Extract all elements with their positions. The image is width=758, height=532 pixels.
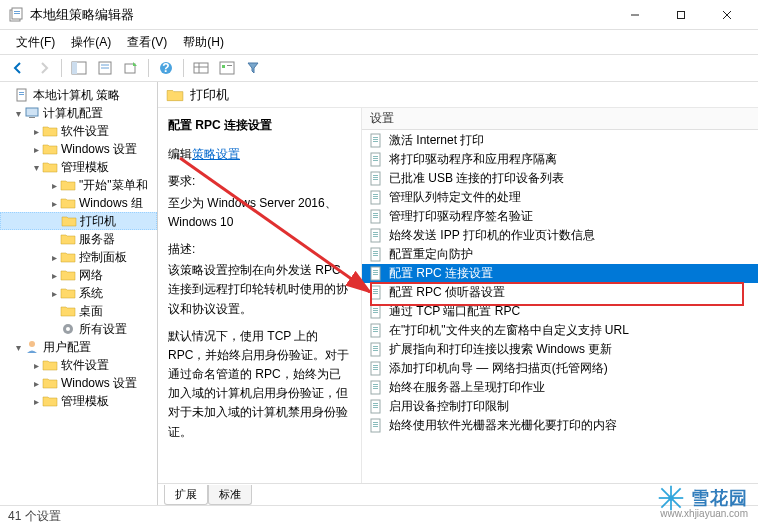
- tree-root[interactable]: 本地计算机 策略: [0, 86, 157, 104]
- svg-rect-73: [373, 331, 378, 332]
- menu-view[interactable]: 查看(V): [119, 32, 175, 53]
- svg-rect-57: [373, 255, 378, 256]
- menu-action[interactable]: 操作(A): [63, 32, 119, 53]
- svg-rect-84: [373, 386, 378, 387]
- filter-button[interactable]: [241, 57, 265, 79]
- list-item-label: 配置 RPC 连接设置: [389, 265, 493, 282]
- policy-item-icon: [368, 190, 384, 206]
- caret-right-icon[interactable]: ▸: [30, 360, 42, 371]
- tree-software-settings-2[interactable]: ▸ 软件设置: [0, 356, 157, 374]
- list-item[interactable]: 配置重定向防护: [362, 245, 758, 264]
- list-item-label: 添加打印机向导 — 网络扫描页(托管网络): [389, 360, 608, 377]
- list-item[interactable]: 启用设备控制打印限制: [362, 397, 758, 416]
- svg-rect-61: [373, 274, 378, 275]
- svg-rect-86: [371, 400, 380, 413]
- tree-control-panel[interactable]: ▸ 控制面板: [0, 248, 157, 266]
- list-item[interactable]: 在"打印机"文件夹的左窗格中自定义支持 URL: [362, 321, 758, 340]
- tree-user-config[interactable]: ▾ 用户配置: [0, 338, 157, 356]
- tab-extended[interactable]: 扩展: [164, 485, 208, 505]
- svg-rect-77: [373, 350, 378, 351]
- tree-software-settings-1[interactable]: ▸ 软件设置: [0, 122, 157, 140]
- edit-policy-link[interactable]: 策略设置: [192, 147, 240, 161]
- settings-list[interactable]: 激活 Internet 打印将打印驱动程序和应用程序隔离已批准 USB 连接的打…: [362, 130, 758, 483]
- folder-icon: [60, 285, 76, 301]
- list-item[interactable]: 通过 TCP 端口配置 RPC: [362, 302, 758, 321]
- svg-rect-31: [373, 137, 378, 138]
- list-item[interactable]: 管理队列特定文件的处理: [362, 188, 758, 207]
- caret-right-icon[interactable]: ▸: [30, 126, 42, 137]
- caret-right-icon[interactable]: ▸: [30, 144, 42, 155]
- svg-rect-3: [14, 13, 20, 14]
- tree-computer-config[interactable]: ▾ 计算机配置: [0, 104, 157, 122]
- tree-windows-settings-1[interactable]: ▸ Windows 设置: [0, 140, 157, 158]
- maximize-button[interactable]: [658, 0, 704, 30]
- menu-help[interactable]: 帮助(H): [175, 32, 232, 53]
- list-item[interactable]: 将打印驱动程序和应用程序隔离: [362, 150, 758, 169]
- menu-file[interactable]: 文件(F): [8, 32, 63, 53]
- caret-right-icon[interactable]: ▸: [30, 396, 42, 407]
- filter-options-button[interactable]: [215, 57, 239, 79]
- properties-button[interactable]: [93, 57, 117, 79]
- export-button[interactable]: [119, 57, 143, 79]
- gear-icon: [60, 321, 76, 337]
- list-item[interactable]: 配置 RPC 连接设置: [362, 264, 758, 283]
- minimize-button[interactable]: [612, 0, 658, 30]
- caret-down-icon[interactable]: ▾: [12, 342, 24, 353]
- tree-all-settings[interactable]: 所有设置: [0, 320, 157, 338]
- back-button[interactable]: [6, 57, 30, 79]
- svg-rect-79: [373, 365, 378, 366]
- svg-rect-58: [371, 267, 380, 280]
- caret-right-icon[interactable]: ▸: [48, 180, 60, 191]
- computer-icon: [24, 105, 40, 121]
- list-item[interactable]: 激活 Internet 打印: [362, 131, 758, 150]
- window-title: 本地组策略编辑器: [30, 6, 612, 24]
- view-button[interactable]: [189, 57, 213, 79]
- folder-icon: [42, 123, 58, 139]
- caret-down-icon[interactable]: ▾: [12, 108, 24, 119]
- tree-windows-components[interactable]: ▸ Windows 组: [0, 194, 157, 212]
- list-item-label: 激活 Internet 打印: [389, 132, 484, 149]
- description-text-2: 默认情况下，使用 TCP 上的 RPC，并始终启用身份验证。对于通过命名管道的 …: [168, 327, 351, 442]
- list-item[interactable]: 配置 RPC 侦听器设置: [362, 283, 758, 302]
- list-item[interactable]: 已批准 USB 连接的打印设备列表: [362, 169, 758, 188]
- list-item[interactable]: 始终使用软件光栅器来光栅化要打印的内容: [362, 416, 758, 435]
- tree-servers[interactable]: 服务器: [0, 230, 157, 248]
- tree-start-menu[interactable]: ▸ "开始"菜单和: [0, 176, 157, 194]
- forward-button[interactable]: [32, 57, 56, 79]
- policy-item-icon: [368, 266, 384, 282]
- tree-printers[interactable]: 打印机: [0, 212, 157, 230]
- list-item[interactable]: 始终在服务器上呈现打印作业: [362, 378, 758, 397]
- caret-right-icon[interactable]: ▸: [48, 252, 60, 263]
- tree-admin-templates[interactable]: ▾ 管理模板: [0, 158, 157, 176]
- list-item-label: 将打印驱动程序和应用程序隔离: [389, 151, 557, 168]
- list-column-header[interactable]: 设置: [362, 108, 758, 130]
- tree-desktop[interactable]: 桌面: [0, 302, 157, 320]
- svg-rect-36: [373, 158, 378, 159]
- list-item[interactable]: 始终发送 IPP 打印机的作业页计数信息: [362, 226, 758, 245]
- svg-rect-37: [373, 160, 378, 161]
- help-button[interactable]: ?: [154, 57, 178, 79]
- svg-rect-75: [373, 346, 378, 347]
- svg-rect-34: [371, 153, 380, 166]
- caret-right-icon[interactable]: ▸: [48, 288, 60, 299]
- caret-right-icon[interactable]: ▸: [30, 378, 42, 389]
- tree-system[interactable]: ▸ 系统: [0, 284, 157, 302]
- list-item-label: 已批准 USB 连接的打印设备列表: [389, 170, 564, 187]
- tab-standard[interactable]: 标准: [208, 485, 252, 505]
- svg-rect-21: [227, 65, 232, 66]
- caret-down-icon[interactable]: ▾: [30, 162, 42, 173]
- svg-rect-24: [19, 94, 24, 95]
- list-item[interactable]: 扩展指向和打印连接以搜索 Windows 更新: [362, 340, 758, 359]
- tree-windows-settings-2[interactable]: ▸ Windows 设置: [0, 374, 157, 392]
- policy-item-icon: [368, 209, 384, 225]
- nav-tree[interactable]: 本地计算机 策略 ▾ 计算机配置 ▸ 软件设置 ▸ Windows 设置 ▾ 管…: [0, 82, 158, 505]
- caret-right-icon[interactable]: ▸: [48, 198, 60, 209]
- tree-admin-templates-2[interactable]: ▸ 管理模板: [0, 392, 157, 410]
- list-item[interactable]: 管理打印驱动程序签名验证: [362, 207, 758, 226]
- caret-right-icon[interactable]: ▸: [48, 270, 60, 281]
- show-hide-tree-button[interactable]: [67, 57, 91, 79]
- tree-network[interactable]: ▸ 网络: [0, 266, 157, 284]
- list-item-label: 始终在服务器上呈现打印作业: [389, 379, 545, 396]
- list-item[interactable]: 添加打印机向导 — 网络扫描页(托管网络): [362, 359, 758, 378]
- close-button[interactable]: [704, 0, 750, 30]
